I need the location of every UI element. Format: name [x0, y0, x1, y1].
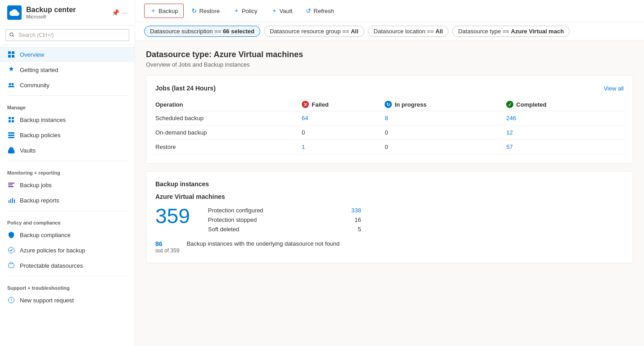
- row3-inprogress: 0: [385, 140, 506, 154]
- detail-val-protection-configured[interactable]: 338: [351, 207, 361, 214]
- backup-button[interactable]: ＋ Backup: [144, 4, 184, 18]
- svg-rect-7: [12, 117, 14, 119]
- backup-reports-icon: [7, 196, 15, 204]
- sidebar-item-backup-instances[interactable]: Backup instances: [0, 112, 135, 127]
- filter-location-text: Datasource location == All: [374, 28, 443, 35]
- row2-operation: On-demand backup: [155, 126, 302, 140]
- policy-button[interactable]: ＋ Policy: [227, 4, 263, 18]
- instances-card-title: Backup instances: [155, 180, 624, 188]
- sidebar-item-new-support-label: New support request: [20, 297, 74, 304]
- instances-big-number: 359: [155, 206, 190, 226]
- toolbar: ＋ Backup ↺ Restore ＋ Policy ＋ Vault ↺ Re…: [135, 0, 644, 22]
- sidebar-item-new-support[interactable]: New support request: [0, 292, 135, 308]
- sidebar-item-vaults-label: Vaults: [20, 147, 36, 154]
- row3-completed-link[interactable]: 57: [506, 144, 512, 150]
- app-title: Backup center: [26, 6, 107, 14]
- instances-body: 359 Protection configured 338 Protection…: [155, 206, 624, 234]
- svg-rect-16: [9, 200, 9, 203]
- instances-footer-num: 86: [155, 240, 179, 247]
- view-all-link[interactable]: View all: [603, 85, 624, 92]
- svg-rect-1: [12, 51, 14, 54]
- col-inprogress: ↻ In progress: [385, 98, 506, 111]
- overview-icon: [7, 50, 15, 58]
- svg-rect-15: [8, 186, 14, 187]
- sidebar-item-backup-policies-label: Backup policies: [20, 132, 60, 139]
- svg-rect-10: [8, 132, 14, 134]
- vault-button[interactable]: ＋ Vault: [265, 4, 299, 18]
- section-manage-label: Manage: [0, 99, 135, 112]
- app-icon: [7, 5, 22, 20]
- svg-rect-18: [12, 198, 13, 203]
- refresh-icon: ↺: [306, 7, 311, 14]
- filter-resource-group[interactable]: Datasource resource group == All: [264, 26, 364, 37]
- instances-section-title: Azure Virtual machines: [155, 193, 624, 200]
- divider-manage: [7, 95, 127, 96]
- sidebar-item-vaults[interactable]: Vaults: [0, 143, 135, 158]
- sidebar-item-protectable-datasources[interactable]: Protectable datasources: [0, 258, 135, 273]
- row1-inprogress: 8: [385, 111, 506, 126]
- detail-row-protection-stopped: Protection stopped 16: [208, 215, 361, 225]
- jobs-table: Operation ✕ Failed ↻ In progress: [155, 98, 624, 154]
- vault-plus-icon: ＋: [271, 7, 277, 15]
- divider-monitoring: [7, 161, 127, 161]
- col-completed: ✓ Completed: [506, 98, 624, 111]
- detail-label-protection-stopped: Protection stopped: [208, 216, 257, 223]
- detail-row-soft-deleted: Soft deleted 5: [208, 225, 361, 234]
- sidebar-item-community[interactable]: Community: [0, 77, 135, 93]
- policy-button-label: Policy: [242, 8, 258, 14]
- plus-icon: ＋: [150, 7, 156, 15]
- getting-started-icon: [7, 66, 15, 74]
- sidebar-item-backup-reports[interactable]: Backup reports: [0, 193, 135, 208]
- divider-support: [7, 276, 127, 276]
- filter-subscription-text: Datasource subscription == 66 selected: [150, 28, 254, 35]
- svg-rect-14: [8, 184, 13, 185]
- svg-point-22: [9, 297, 14, 303]
- table-row: Scheduled backup 64 8 246: [155, 111, 624, 126]
- community-icon: [7, 81, 15, 89]
- sidebar-item-overview[interactable]: Overview: [0, 47, 135, 62]
- svg-point-4: [9, 83, 11, 85]
- filter-type[interactable]: Datasource type == Azure Virtual mach: [452, 26, 570, 37]
- instances-footer: 86 out of 359 Backup instances with the …: [155, 240, 624, 254]
- row2-completed-link[interactable]: 12: [506, 129, 512, 136]
- sidebar-item-backup-compliance[interactable]: Backup compliance: [0, 227, 135, 243]
- row1-inprogress-link[interactable]: 8: [385, 115, 388, 121]
- jobs-card: Jobs (last 24 Hours) View all Operation …: [146, 75, 633, 164]
- page-subtitle: Overview of Jobs and Backup instances: [146, 61, 633, 68]
- app-subtitle: Microsoft: [26, 14, 107, 19]
- more-icon[interactable]: ···: [122, 9, 127, 16]
- sidebar-item-getting-started[interactable]: Getting started: [0, 62, 135, 77]
- row1-completed-link[interactable]: 246: [506, 115, 516, 121]
- sidebar-item-azure-policies-label: Azure policies for backup: [20, 247, 85, 254]
- row2-failed: 0: [302, 126, 385, 140]
- main-content: ＋ Backup ↺ Restore ＋ Policy ＋ Vault ↺ Re…: [135, 0, 644, 346]
- row1-failed-link[interactable]: 64: [302, 115, 308, 121]
- sidebar-item-backup-policies[interactable]: Backup policies: [0, 127, 135, 143]
- sidebar-item-backup-jobs[interactable]: Backup jobs: [0, 177, 135, 193]
- backup-instances-icon: [7, 116, 15, 124]
- filter-subscription[interactable]: Datasource subscription == 66 selected: [144, 26, 260, 37]
- filter-location[interactable]: Datasource location == All: [368, 26, 449, 37]
- restore-button[interactable]: ↺ Restore: [186, 4, 226, 18]
- sidebar-item-backup-reports-label: Backup reports: [20, 197, 59, 204]
- section-monitoring-label: Monitoring + reporting: [0, 164, 135, 177]
- filter-type-text: Datasource type == Azure Virtual mach: [458, 28, 564, 35]
- backup-compliance-icon: [7, 231, 15, 239]
- svg-rect-17: [10, 199, 11, 203]
- refresh-button[interactable]: ↺ Refresh: [300, 4, 340, 18]
- sidebar-item-protectable-datasources-label: Protectable datasources: [20, 262, 83, 269]
- svg-rect-6: [9, 117, 11, 119]
- pin-icon[interactable]: 📌: [112, 9, 119, 16]
- row3-failed-link[interactable]: 1: [302, 144, 305, 150]
- svg-rect-2: [8, 55, 11, 58]
- filter-resource-group-text: Datasource resource group == All: [270, 28, 358, 35]
- support-icon: [7, 296, 15, 304]
- completed-icon: ✓: [506, 101, 513, 108]
- row3-completed: 57: [506, 140, 624, 154]
- detail-row-protection-configured: Protection configured 338: [208, 206, 361, 215]
- search-input[interactable]: [5, 29, 129, 41]
- sidebar-item-backup-jobs-label: Backup jobs: [20, 182, 52, 189]
- sidebar-item-azure-policies[interactable]: Azure policies for backup: [0, 243, 135, 258]
- row1-failed: 64: [302, 111, 385, 126]
- protectable-datasources-icon: [7, 261, 15, 270]
